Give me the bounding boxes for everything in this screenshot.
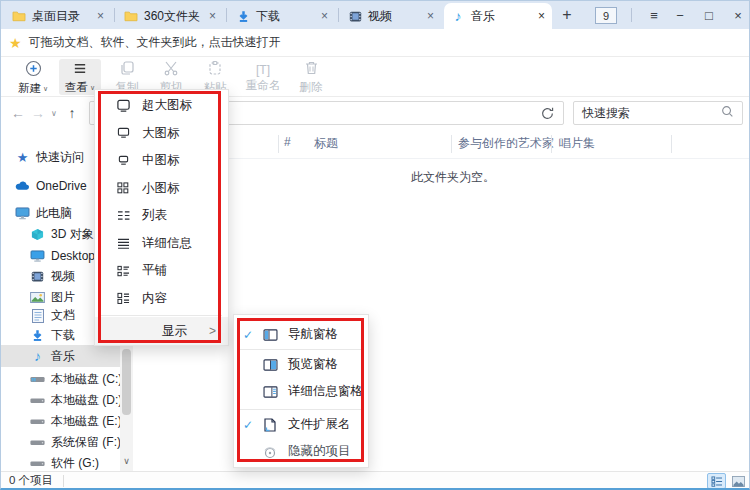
menu-item-content[interactable]: 内容 bbox=[95, 285, 228, 312]
close-icon[interactable]: × bbox=[321, 9, 328, 23]
tab-count-badge[interactable]: 9 bbox=[595, 7, 617, 24]
items-count: 0 个项目 bbox=[9, 473, 53, 488]
rename-icon: [T] bbox=[256, 62, 270, 78]
close-window-button[interactable]: × bbox=[727, 3, 749, 27]
menu-item-large-icons[interactable]: 大图标 bbox=[95, 120, 228, 147]
submenu-item-navigation-pane[interactable]: ✓ 导航窗格 bbox=[234, 321, 368, 348]
chevron-down-icon: ∨ bbox=[43, 85, 48, 93]
submenu-item-hidden-items[interactable]: 隐藏的项目 bbox=[234, 438, 368, 465]
folder-icon bbox=[124, 9, 138, 23]
scrollbar-thumb[interactable] bbox=[122, 349, 131, 415]
back-icon[interactable]: ← bbox=[9, 97, 27, 129]
search-icon bbox=[721, 104, 734, 122]
submenu-separator bbox=[240, 349, 362, 350]
sidebar-item-drive-d[interactable]: 本地磁盘 (D:) bbox=[1, 390, 120, 411]
close-icon[interactable]: × bbox=[538, 9, 545, 23]
tab-label: 视频 bbox=[368, 8, 392, 25]
search-placeholder: 快速搜索 bbox=[582, 105, 630, 122]
column-header-artists[interactable]: 参与创作的艺术家 bbox=[458, 135, 554, 152]
new-tab-button[interactable]: + bbox=[557, 4, 577, 26]
empty-folder-text: 此文件夹为空。 bbox=[411, 169, 495, 186]
computer-icon bbox=[15, 206, 30, 221]
video-icon bbox=[348, 9, 362, 23]
drive-icon bbox=[30, 393, 45, 408]
tab-downloads[interactable]: 下载 × bbox=[229, 3, 335, 29]
video-icon bbox=[30, 269, 45, 284]
sidebar-item-drive-e[interactable]: 本地磁盘 (E:) bbox=[1, 411, 120, 432]
status-bar: 0 个项目 bbox=[1, 471, 750, 489]
navigation-pane-icon bbox=[262, 327, 278, 343]
star-icon: ★ bbox=[9, 36, 22, 50]
maximize-button[interactable]: □ bbox=[698, 3, 720, 27]
tab-music-active[interactable]: ♪ 音乐 × bbox=[444, 3, 552, 29]
star-icon: ★ bbox=[15, 150, 30, 165]
forward-icon[interactable]: → bbox=[29, 97, 47, 129]
menu-separator bbox=[101, 315, 222, 316]
close-icon[interactable]: × bbox=[97, 9, 104, 23]
chevron-down-icon[interactable]: ∨ bbox=[47, 97, 61, 129]
menu-item-details[interactable]: 详细信息 bbox=[95, 230, 228, 257]
small-icons-icon bbox=[115, 180, 131, 196]
divider bbox=[631, 8, 632, 22]
tab-separator bbox=[226, 8, 227, 22]
menu-item-small-icons[interactable]: 小图标 bbox=[95, 175, 228, 202]
close-icon[interactable]: × bbox=[209, 9, 216, 23]
new-button[interactable]: 新建∨ bbox=[11, 59, 55, 95]
tab-label: 360文件夹 bbox=[144, 8, 200, 25]
up-icon[interactable]: ↑ bbox=[63, 97, 81, 129]
music-icon: ♪ bbox=[30, 349, 45, 364]
drive-icon bbox=[30, 414, 45, 429]
details-view-toggle-button[interactable] bbox=[707, 473, 726, 489]
menu-item-show[interactable]: 显示 > bbox=[95, 317, 228, 345]
extra-large-icons-icon bbox=[115, 98, 131, 114]
file-manager-window: 桌面目录 × 360文件夹 × 下载 × 视频 × ♪ bbox=[0, 0, 750, 490]
column-header-album[interactable]: 唱片集 bbox=[559, 135, 595, 152]
thumbnail-view-toggle-button[interactable] bbox=[729, 473, 748, 489]
sidebar-item-drive-f[interactable]: 系统保留 (F:) bbox=[1, 432, 120, 453]
scrollbar-down-arrow[interactable]: ∨ bbox=[120, 451, 133, 471]
tip-text: 可拖动文档、软件、文件夹到此，点击快速打开 bbox=[29, 34, 281, 51]
menu-item-extra-large-icons[interactable]: 超大图标 bbox=[95, 92, 228, 119]
tab-separator bbox=[114, 8, 115, 22]
show-submenu: ✓ 导航窗格 预览窗格 详细信息窗格 ✓ 文件扩展名 bbox=[233, 314, 369, 468]
menu-item-list[interactable]: 列表 bbox=[95, 202, 228, 229]
tab-desktop-dir[interactable]: 桌面目录 × bbox=[5, 3, 111, 29]
submenu-item-preview-pane[interactable]: 预览窗格 bbox=[234, 351, 368, 378]
refresh-icon[interactable] bbox=[540, 106, 555, 121]
trash-icon bbox=[304, 60, 319, 80]
column-separator bbox=[551, 135, 552, 153]
hidden-items-icon bbox=[262, 444, 278, 460]
delete-button: 删除 bbox=[291, 59, 331, 95]
submenu-item-details-pane[interactable]: 详细信息窗格 bbox=[234, 378, 368, 405]
tab-label: 桌面目录 bbox=[32, 8, 80, 25]
medium-icons-icon bbox=[115, 153, 131, 169]
tab-bar: 桌面目录 × 360文件夹 × 下载 × 视频 × ♪ bbox=[1, 1, 750, 29]
cut-icon bbox=[163, 60, 179, 80]
column-header-title[interactable]: 标题 bbox=[314, 135, 338, 152]
menu-item-medium-icons[interactable]: 中图标 bbox=[95, 147, 228, 174]
submenu-separator bbox=[240, 409, 362, 410]
view-icon bbox=[72, 61, 88, 80]
details-pane-icon bbox=[262, 384, 278, 400]
quick-search-box[interactable]: 快速搜索 bbox=[573, 101, 743, 125]
minimize-button[interactable]: − bbox=[669, 3, 691, 27]
tab-videos[interactable]: 视频 × bbox=[341, 3, 441, 29]
desktop-icon bbox=[30, 248, 45, 263]
column-header-number[interactable]: # bbox=[284, 135, 291, 149]
menu-icon[interactable]: ≡ bbox=[643, 3, 665, 27]
divider bbox=[63, 475, 64, 487]
sidebar-item-music-selected[interactable]: ♪ 音乐 bbox=[1, 345, 120, 367]
copy-icon bbox=[119, 60, 135, 80]
menu-item-tiles[interactable]: 平铺 bbox=[95, 257, 228, 284]
sidebar-item-drive-c[interactable]: 本地磁盘 (C:) bbox=[1, 369, 120, 390]
picture-icon bbox=[30, 290, 45, 305]
tip-bar: ★ 可拖动文档、软件、文件夹到此，点击快速打开 bbox=[1, 29, 750, 57]
column-separator bbox=[671, 135, 672, 153]
cloud-icon bbox=[15, 178, 30, 193]
close-icon[interactable]: × bbox=[427, 9, 434, 23]
submenu-item-file-extensions[interactable]: ✓ 文件扩展名 bbox=[234, 411, 368, 438]
tab-360-folder[interactable]: 360文件夹 × bbox=[117, 3, 223, 29]
list-view-icon bbox=[115, 208, 131, 224]
folder-icon bbox=[12, 9, 26, 23]
check-icon: ✓ bbox=[243, 328, 253, 342]
